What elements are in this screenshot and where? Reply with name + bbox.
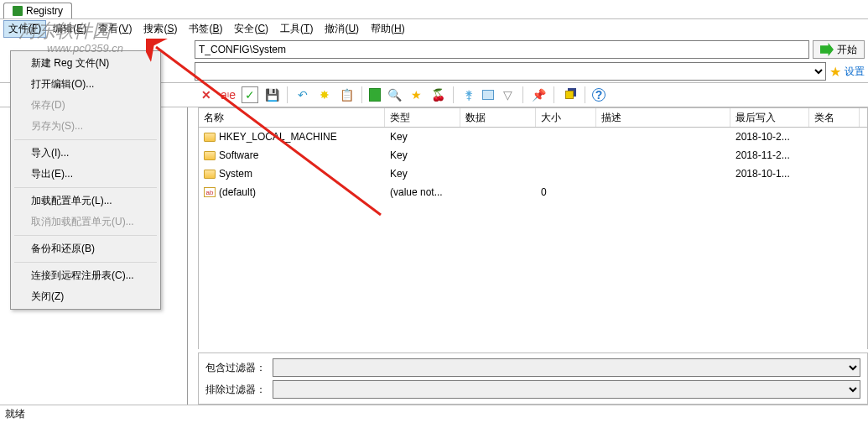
folder-icon xyxy=(204,133,216,142)
table-row[interactable]: SystemKey2018-10-1... xyxy=(199,164,867,183)
undo-icon[interactable]: ↶ xyxy=(294,86,311,103)
search-icon[interactable]: 🔍 xyxy=(386,86,403,103)
exclude-filter-label: 排除过滤器： xyxy=(205,383,266,397)
col-class[interactable]: 类名 xyxy=(809,108,860,127)
menu-item[interactable]: 导出(E)... xyxy=(13,164,159,185)
menu-bookmark[interactable]: 书签(B) xyxy=(184,20,227,38)
menu-security[interactable]: 安全(C) xyxy=(229,20,273,38)
file-dropdown-menu: 新建 Reg 文件(N)打开编辑(O)...保存(D)另存为(S)...导入(I… xyxy=(10,50,161,310)
filter-icon[interactable]: ▽ xyxy=(499,86,516,103)
menu-undo[interactable]: 撤消(U) xyxy=(320,20,364,38)
col-desc[interactable]: 描述 xyxy=(596,108,730,127)
menu-file[interactable]: 文件(F) xyxy=(3,20,46,38)
statusbar: 就绪 xyxy=(0,405,868,423)
start-button[interactable]: 开始 xyxy=(813,40,865,59)
copy-icon[interactable] xyxy=(561,86,578,103)
menu-item[interactable]: 新建 Reg 文件(N) xyxy=(13,53,159,74)
menu-help[interactable]: 帮助(H) xyxy=(366,20,410,38)
menu-item[interactable]: 打开编辑(O)... xyxy=(13,74,159,95)
menu-item: 保存(D) xyxy=(13,95,159,116)
folder-icon xyxy=(204,170,216,179)
string-icon: ab xyxy=(204,187,216,197)
arrow-right-icon xyxy=(820,43,834,56)
new-icon[interactable]: ✸ xyxy=(316,86,333,103)
rename-icon[interactable]: aIe xyxy=(220,86,236,103)
list-body[interactable]: HKEY_LOCAL_MACHINEKey2018-10-2...Softwar… xyxy=(198,128,868,349)
save-icon[interactable]: 💾 xyxy=(263,86,280,103)
branch-icon[interactable]: ⚵ xyxy=(460,86,477,103)
menu-item[interactable]: 连接到远程注册表(C)... xyxy=(13,265,159,286)
tab-label: Registry xyxy=(26,5,63,17)
menu-item: 另存为(S)... xyxy=(13,116,159,137)
folder-icon xyxy=(204,151,216,160)
tab-registry[interactable]: Registry xyxy=(3,3,72,18)
menu-search[interactable]: 搜索(S) xyxy=(138,20,182,38)
cherry-icon[interactable]: 🍒 xyxy=(429,86,446,103)
menu-view[interactable]: 查看(V) xyxy=(93,20,137,38)
star-icon[interactable]: ★ xyxy=(408,86,424,103)
window-icon[interactable] xyxy=(482,90,494,100)
filters-panel: 包含过滤器： 排除过滤器： xyxy=(198,352,868,405)
exclude-filter-combo[interactable] xyxy=(273,380,860,399)
include-filter-combo[interactable] xyxy=(273,358,860,377)
col-modified[interactable]: 最后写入 xyxy=(730,108,809,127)
menubar: 文件(F) 编辑(E) 查看(V) 搜索(S) 书签(B) 安全(C) 工具(T… xyxy=(0,18,868,39)
menu-edit[interactable]: 编辑(E) xyxy=(48,20,91,38)
combo-dropdown[interactable] xyxy=(195,62,826,81)
table-row[interactable]: ab(default)(value not...0 xyxy=(199,183,867,201)
sheet-icon[interactable] xyxy=(369,88,381,102)
menu-item: 取消加载配置单元(U)... xyxy=(13,212,159,232)
settings-link[interactable]: 设置 xyxy=(845,65,865,79)
col-name[interactable]: 名称 xyxy=(199,108,385,127)
menu-item[interactable]: 关闭(Z) xyxy=(13,286,159,307)
menu-item[interactable]: 导入(I)... xyxy=(13,143,159,164)
pin-icon[interactable]: 📌 xyxy=(530,86,547,103)
checkbox-icon[interactable]: ✓ xyxy=(242,86,258,103)
delete-icon[interactable]: ✕ xyxy=(198,86,215,103)
include-filter-label: 包含过滤器： xyxy=(205,361,266,375)
list-header: 名称 类型 数据 大小 描述 最后写入 类名 xyxy=(198,107,868,128)
registry-icon xyxy=(13,6,23,16)
path-input[interactable] xyxy=(195,40,809,59)
star-icon: ★ xyxy=(829,64,841,80)
menu-item[interactable]: 加载配置单元(L)... xyxy=(13,191,159,212)
table-row[interactable]: HKEY_LOCAL_MACHINEKey2018-10-2... xyxy=(199,128,867,146)
help-icon[interactable]: ? xyxy=(592,88,606,102)
menu-item[interactable]: 备份和还原(B) xyxy=(13,238,159,259)
paste-icon[interactable]: 📋 xyxy=(338,86,355,103)
col-type[interactable]: 类型 xyxy=(385,108,460,127)
col-data[interactable]: 数据 xyxy=(460,108,536,127)
col-size[interactable]: 大小 xyxy=(536,108,596,127)
menu-tools[interactable]: 工具(T) xyxy=(275,20,318,38)
status-text: 就绪 xyxy=(5,407,25,421)
table-row[interactable]: SoftwareKey2018-11-2... xyxy=(199,146,867,164)
